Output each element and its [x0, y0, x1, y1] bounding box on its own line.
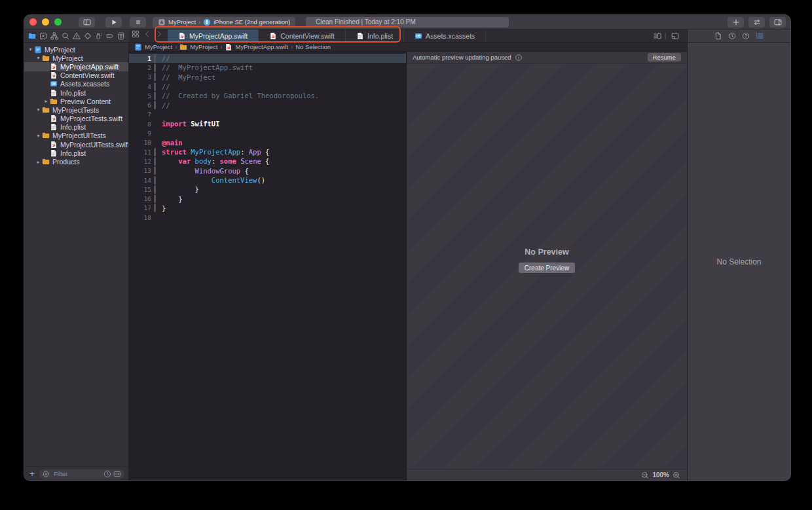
- main-area: ▾MyProject▾MyProjectMyProjectApp.swiftCo…: [24, 43, 790, 481]
- panel-toggle-button[interactable]: [769, 17, 786, 27]
- add-button[interactable]: [728, 17, 744, 27]
- forward-button[interactable]: [154, 29, 164, 39]
- breadcrumb-item[interactable]: MyProject: [134, 43, 172, 51]
- change-indicator-empty: [154, 110, 156, 118]
- navigator-project-button[interactable]: [28, 31, 36, 41]
- tree-item-MyProject[interactable]: ▾MyProject: [24, 54, 128, 62]
- navigator-source-control-button[interactable]: [39, 31, 47, 41]
- project-file-icon: [34, 46, 42, 54]
- navigator-reports-button[interactable]: [117, 31, 125, 41]
- code-line-9[interactable]: 9: [129, 128, 406, 137]
- code-line-5[interactable]: 5// Created by Gabriel Theodoropoulos.: [129, 91, 406, 100]
- tree-item-MyProjectApp.swift[interactable]: MyProjectApp.swift: [24, 62, 128, 71]
- code-line-15[interactable]: 15 }: [129, 185, 406, 194]
- sidebar-toggle-button[interactable]: [79, 17, 95, 27]
- code-line-7[interactable]: 7: [129, 110, 406, 119]
- breadcrumb-item[interactable]: No Selection: [295, 43, 331, 50]
- tree-item-MyProjectUITests[interactable]: ▾MyProjectUITests: [24, 132, 128, 140]
- tabs: MyProjectApp.swiftContentView.swiftInfo.…: [168, 29, 486, 42]
- code-line-14[interactable]: 14 ContentView(): [129, 175, 406, 185]
- inspector-inspector-attrs-button[interactable]: [756, 31, 764, 41]
- inspector-clock-button[interactable]: [728, 31, 736, 41]
- source-control-status-icon[interactable]: [113, 470, 121, 478]
- plist-file-icon: [356, 32, 364, 40]
- line-number: 15: [129, 186, 151, 193]
- help-icon: [742, 32, 750, 40]
- xcode-window: MyProject › iPhone SE (2nd generation) C…: [24, 14, 791, 481]
- tree-item-Assets.xcassets[interactable]: Assets.xcassets: [24, 80, 128, 88]
- zoom-in-button[interactable]: [673, 471, 680, 479]
- disclosure-open-icon[interactable]: ▾: [35, 55, 42, 61]
- code-line-18[interactable]: 18: [129, 213, 406, 222]
- navigator-issues-button[interactable]: [73, 31, 81, 41]
- scheme-selector[interactable]: MyProject › iPhone SE (2nd generation): [153, 17, 295, 27]
- code-line-2[interactable]: 2// MyProjectApp.swift: [129, 63, 406, 72]
- editor-list-button[interactable]: [652, 31, 663, 41]
- breadcrumb-item[interactable]: MyProject: [179, 43, 217, 51]
- stop-icon: [134, 18, 142, 26]
- code-line-11[interactable]: 11struct MyProjectApp: App {: [129, 147, 406, 156]
- code-editor[interactable]: 1//2// MyProjectApp.swift3// MyProject4/…: [129, 52, 407, 481]
- disclosure-open-icon[interactable]: ▾: [35, 133, 42, 139]
- disclosure-closed-icon[interactable]: ▸: [35, 159, 42, 165]
- code-line-4[interactable]: 4//: [129, 82, 406, 91]
- tree-item-Products[interactable]: ▸Products: [24, 157, 128, 166]
- symbols-icon: [50, 32, 58, 40]
- code-line-3[interactable]: 3// MyProject: [129, 73, 406, 82]
- code-line-16[interactable]: 16 }: [129, 194, 406, 203]
- inspector-file-button[interactable]: [714, 31, 722, 41]
- info-icon[interactable]: [515, 54, 523, 62]
- tab-overview-button[interactable]: [130, 29, 141, 39]
- resume-button[interactable]: Resume: [648, 53, 681, 62]
- run-button[interactable]: [105, 17, 122, 27]
- close-button[interactable]: [29, 18, 37, 26]
- preview-bottom-bar: 100%: [407, 469, 687, 481]
- code-line-13[interactable]: 13 WindowGroup {: [129, 166, 406, 175]
- recent-files-icon[interactable]: [103, 470, 111, 478]
- editor-layout-button[interactable]: [670, 31, 680, 41]
- tree-item-label: ContentView.swift: [60, 71, 115, 79]
- tab-MyProjectApp.swift[interactable]: MyProjectApp.swift: [168, 29, 259, 42]
- create-preview-button[interactable]: Create Preview: [519, 263, 575, 273]
- filter-input[interactable]: [52, 469, 101, 478]
- inspector-help-button[interactable]: [742, 31, 750, 41]
- tree-item-Info.plist[interactable]: Info.plist: [24, 123, 128, 132]
- zoom-level[interactable]: 100%: [652, 471, 669, 479]
- navigator-breakpoints-button[interactable]: [106, 31, 114, 41]
- tree-item-MyProject[interactable]: ▾MyProject: [24, 45, 128, 54]
- code-line-8[interactable]: 8import SwiftUI: [129, 119, 406, 128]
- tab-Info.plist[interactable]: Info.plist: [346, 29, 404, 42]
- breadcrumb-item[interactable]: MyProjectApp.swift: [225, 43, 288, 51]
- tab-Assets.xcassets[interactable]: Assets.xcassets: [404, 29, 486, 42]
- code-line-1[interactable]: 1//: [129, 54, 406, 63]
- minimize-button[interactable]: [42, 18, 49, 26]
- disclosure-open-icon[interactable]: ▾: [35, 107, 42, 113]
- tree-item-Info.plist[interactable]: Info.plist: [24, 88, 128, 97]
- tree-item-ContentView.swift[interactable]: ContentView.swift: [24, 71, 128, 80]
- navigator-tests-button[interactable]: [84, 31, 92, 41]
- disclosure-open-icon[interactable]: ▾: [27, 46, 34, 52]
- tree-item-MyProjectTests.swift[interactable]: MyProjectTests.swift: [24, 115, 128, 123]
- tree-item-MyProjectTests[interactable]: ▾MyProjectTests: [24, 105, 128, 114]
- zoom-out-button[interactable]: [641, 471, 649, 479]
- code-line-6[interactable]: 6//: [129, 100, 406, 109]
- navigator-strip: [24, 29, 129, 42]
- toolbar: MyProject › iPhone SE (2nd generation) C…: [24, 15, 790, 29]
- tree-item-MyProjectUITests.swift[interactable]: MyProjectUITests.swift: [24, 140, 128, 149]
- navigator-debug-button[interactable]: [95, 31, 103, 41]
- line-number: 3: [129, 73, 151, 81]
- add-item-button[interactable]: +: [28, 469, 36, 478]
- disclosure-closed-icon[interactable]: ▸: [43, 98, 50, 104]
- code-line-10[interactable]: 10@main: [129, 138, 406, 147]
- stop-button[interactable]: [130, 17, 146, 27]
- tree-item-Info.plist[interactable]: Info.plist: [24, 149, 128, 157]
- navigator-find-button[interactable]: [62, 31, 69, 41]
- code-line-12[interactable]: 12 var body: some Scene {: [129, 156, 406, 166]
- tree-item-Preview Content[interactable]: ▸Preview Content: [24, 97, 128, 105]
- navigator-symbols-button[interactable]: [50, 31, 58, 41]
- code-line-17[interactable]: 17}: [129, 204, 406, 213]
- editor-swap-button[interactable]: [748, 17, 765, 27]
- back-button[interactable]: [142, 29, 153, 39]
- tab-ContentView.swift[interactable]: ContentView.swift: [259, 29, 346, 42]
- zoom-window-button[interactable]: [54, 18, 62, 26]
